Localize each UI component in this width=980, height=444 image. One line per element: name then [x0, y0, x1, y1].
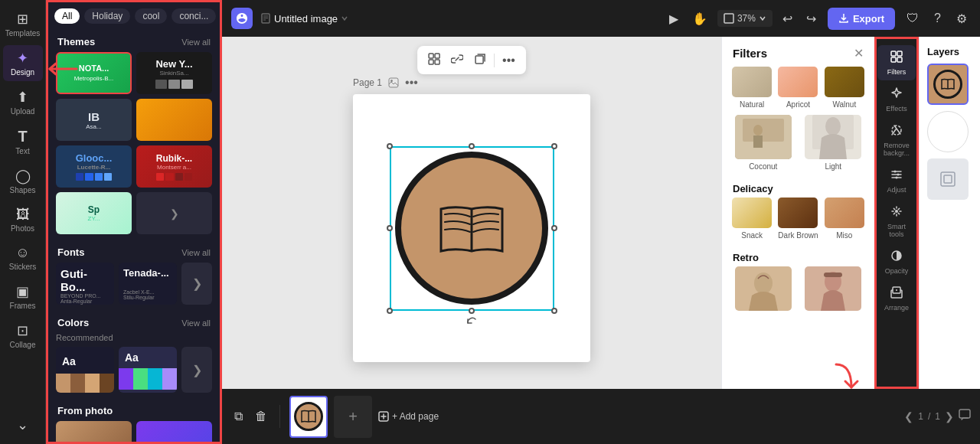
- sidebar-item-shapes[interactable]: ◯ Shapes: [3, 163, 43, 199]
- sidebar-item-design[interactable]: ✦ Design: [3, 45, 43, 81]
- tag-holiday[interactable]: Holiday: [84, 8, 130, 24]
- filter-walnut[interactable]: Walnut: [824, 67, 865, 109]
- layer-item-gray[interactable]: [927, 158, 969, 200]
- font-guti-name: Guti-Bo...: [60, 267, 109, 293]
- theme-card-gloo[interactable]: Glooc... Lucette-R...: [56, 145, 132, 188]
- theme-card-newyork[interactable]: New Y... SinkinSa...: [136, 52, 212, 94]
- walnut-thumb: [825, 67, 864, 97]
- play-btn[interactable]: ▶: [665, 8, 682, 30]
- themes-view-all[interactable]: View all: [181, 38, 211, 47]
- svg-rect-8: [435, 60, 439, 64]
- zoom-control[interactable]: 37%: [717, 10, 773, 27]
- sidebar-item-stickers[interactable]: ☺ Stickers: [3, 240, 43, 276]
- page-thumbnail-1[interactable]: [289, 396, 328, 438]
- handle-top-mid[interactable]: [469, 143, 475, 149]
- next-page-btn[interactable]: ❯: [945, 410, 954, 423]
- from-photo-card-2[interactable]: [136, 421, 212, 444]
- svg-point-33: [897, 174, 900, 176]
- sidebar-item-upload[interactable]: ⬆ Upload: [3, 84, 43, 120]
- add-page-btn[interactable]: +: [334, 396, 372, 438]
- sidebar-item-frames[interactable]: ▣ Frames: [3, 279, 43, 315]
- link-btn[interactable]: [448, 50, 466, 70]
- light-person-icon: [805, 115, 861, 159]
- filter-retro2[interactable]: [802, 266, 866, 314]
- from-photo-card-1[interactable]: [56, 421, 132, 444]
- theme-card-nota[interactable]: NOTA...Metropolis-B...: [56, 52, 132, 94]
- undo-btn[interactable]: ↩: [779, 8, 796, 30]
- fonts-view-all[interactable]: View all: [181, 248, 211, 257]
- add-page-label[interactable]: + Add page: [378, 411, 439, 422]
- tag-conci[interactable]: conci...: [172, 8, 216, 24]
- swatches-more-btn[interactable]: ❯: [181, 347, 212, 393]
- copy-element-btn[interactable]: ⧉: [231, 406, 246, 426]
- theme-card-sp[interactable]: Sp ZY...: [56, 192, 132, 234]
- svg-point-34: [896, 177, 898, 179]
- handle-bottom-right[interactable]: [551, 308, 557, 314]
- layer-item-book[interactable]: [927, 64, 969, 105]
- filters-close-btn[interactable]: ✕: [854, 46, 864, 60]
- right-tool-smart[interactable]: Smart tools: [877, 200, 916, 243]
- coconut-person-icon: [735, 115, 792, 159]
- sidebar-item-collage[interactable]: ⊡ Collage: [3, 318, 43, 354]
- right-tool-adjust[interactable]: Adjust: [877, 163, 916, 198]
- filter-light[interactable]: Light: [802, 115, 866, 171]
- tag-all[interactable]: All: [54, 8, 80, 24]
- handle-top-left[interactable]: [387, 143, 393, 149]
- page-options-btn[interactable]: •••: [405, 76, 418, 90]
- more-options-btn[interactable]: •••: [499, 51, 518, 70]
- shield-btn[interactable]: 🛡: [903, 8, 923, 29]
- right-tool-filters[interactable]: Filters: [877, 45, 916, 80]
- smart-icon: [890, 204, 903, 218]
- chat-btn[interactable]: [959, 409, 971, 424]
- right-tool-arrange[interactable]: Arrange: [877, 281, 916, 316]
- hand-tool-btn[interactable]: ✋: [688, 8, 711, 30]
- right-tool-effects[interactable]: Effects: [877, 82, 916, 117]
- layer-item-white[interactable]: [927, 111, 969, 152]
- right-tool-opacity[interactable]: Opacity: [877, 244, 916, 279]
- theme-card-rubik[interactable]: Rubik-... Montserr a...: [136, 145, 212, 188]
- copy-style-btn[interactable]: [471, 50, 489, 70]
- document-title[interactable]: Untitled image: [260, 13, 348, 24]
- sidebar-item-text[interactable]: T Text: [3, 123, 43, 160]
- filter-natural[interactable]: Natural: [731, 67, 773, 109]
- filter-apricot[interactable]: Apricot: [777, 67, 818, 109]
- font-card-tenada[interactable]: Tenada-... Zacbel X-E...Stilu-Regular: [119, 263, 177, 305]
- effects-tool-label: Effects: [886, 105, 906, 113]
- theme-card-fourth[interactable]: [136, 99, 212, 141]
- selected-element[interactable]: [390, 146, 554, 311]
- theme-card-more[interactable]: ❯: [136, 192, 212, 234]
- swatch-purple[interactable]: Aa: [119, 347, 177, 393]
- delete-element-btn[interactable]: 🗑: [252, 406, 270, 426]
- filter-dark-brown[interactable]: Dark Brown: [777, 198, 818, 240]
- tag-cool[interactable]: cool: [135, 8, 167, 24]
- sidebar-item-templates[interactable]: ⊞ Templates: [3, 6, 43, 42]
- filter-retro1[interactable]: [731, 266, 795, 314]
- settings-btn[interactable]: ⚙: [952, 8, 971, 30]
- handle-top-right[interactable]: [551, 143, 557, 149]
- collapse-sidebar-btn[interactable]: ⌄: [3, 412, 43, 438]
- handle-bottom-mid[interactable]: [469, 308, 475, 314]
- filter-miso[interactable]: Miso: [824, 198, 865, 240]
- rotate-handle[interactable]: [466, 317, 478, 332]
- grid-view-btn[interactable]: [425, 50, 443, 70]
- font-card-guti[interactable]: Guti-Bo... BEYOND PRO...Anta-Regular: [56, 263, 114, 305]
- export-btn[interactable]: Export: [828, 8, 895, 30]
- swatch-warm[interactable]: Aa: [56, 347, 114, 393]
- right-tool-remove-bg[interactable]: Remove backgr...: [877, 119, 916, 162]
- prev-page-btn[interactable]: ❮: [904, 410, 913, 423]
- help-btn[interactable]: ?: [930, 8, 945, 29]
- filter-snack[interactable]: Snack: [731, 198, 773, 240]
- filter-coconut[interactable]: Coconut: [731, 115, 795, 171]
- handle-bottom-left[interactable]: [387, 308, 393, 314]
- canva-logo[interactable]: [231, 8, 253, 29]
- handle-mid-left[interactable]: [387, 225, 393, 231]
- sidebar-item-photos[interactable]: 🖼 Photos: [3, 202, 43, 237]
- colors-view-all[interactable]: View all: [181, 318, 211, 328]
- canvas-area: ••• Page 1 •••: [222, 37, 721, 389]
- fonts-more-btn[interactable]: ❯: [181, 263, 212, 305]
- svg-point-18: [825, 117, 841, 135]
- svg-point-14: [753, 125, 763, 135]
- redo-btn[interactable]: ↪: [802, 8, 820, 30]
- handle-mid-right[interactable]: [551, 225, 557, 231]
- theme-card-ib[interactable]: IB Asa...: [56, 99, 132, 141]
